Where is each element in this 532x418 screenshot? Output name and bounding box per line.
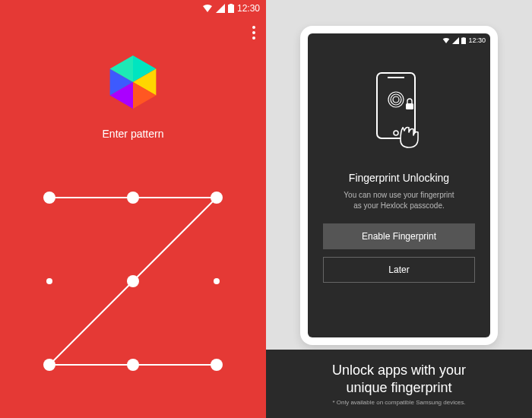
fingerprint-title: Fingerprint Unlocking	[349, 172, 449, 184]
pattern-input[interactable]	[27, 175, 239, 388]
wifi-icon	[202, 4, 213, 13]
pattern-lock-screen: 12:30 Enter pattern	[0, 0, 266, 418]
svg-rect-18	[463, 37, 465, 38]
svg-point-13	[214, 278, 220, 284]
svg-point-14	[43, 359, 55, 371]
svg-point-24	[393, 97, 399, 103]
lock-icon	[406, 103, 413, 109]
clock: 12:30	[237, 3, 260, 14]
svg-point-10	[211, 192, 223, 204]
promo-footnote: * Only available on compatible Samsung d…	[332, 399, 465, 406]
svg-rect-1	[230, 4, 233, 5]
svg-point-9	[127, 192, 139, 204]
signal-icon	[216, 4, 225, 13]
svg-point-21	[394, 131, 398, 135]
svg-point-8	[43, 192, 55, 204]
later-button[interactable]: Later	[323, 257, 475, 283]
svg-rect-17	[461, 37, 466, 43]
tablet-screen: 12:30	[308, 33, 490, 337]
tablet-status-bar: 12:30	[308, 33, 490, 47]
wifi-icon	[442, 37, 450, 44]
svg-point-15	[127, 359, 139, 371]
clock: 12:30	[468, 36, 486, 44]
fingerprint-phone-illustration	[365, 70, 433, 157]
status-bar: 12:30	[0, 0, 266, 17]
fingerprint-promo-screen: 12:30	[266, 0, 532, 418]
svg-rect-0	[228, 5, 234, 13]
promo-heading: Unlock apps with your unique fingerprint	[332, 362, 466, 396]
battery-icon	[461, 37, 466, 44]
battery-icon	[228, 4, 234, 13]
svg-point-23	[391, 94, 401, 105]
overflow-menu-button[interactable]	[252, 26, 255, 40]
svg-point-12	[127, 275, 139, 287]
pattern-prompt: Enter pattern	[0, 128, 266, 140]
fingerprint-subtitle: You can now use your fingerprint as your…	[344, 190, 454, 211]
svg-point-16	[211, 359, 223, 371]
enable-fingerprint-button[interactable]: Enable Fingerprint	[323, 223, 475, 249]
fingerprint-icon	[388, 92, 404, 107]
svg-point-11	[46, 278, 52, 284]
promo-banner: Unlock apps with your unique fingerprint…	[266, 350, 532, 418]
tablet-frame: 12:30	[300, 26, 498, 345]
signal-icon	[452, 37, 459, 44]
hexlock-logo	[104, 53, 162, 111]
